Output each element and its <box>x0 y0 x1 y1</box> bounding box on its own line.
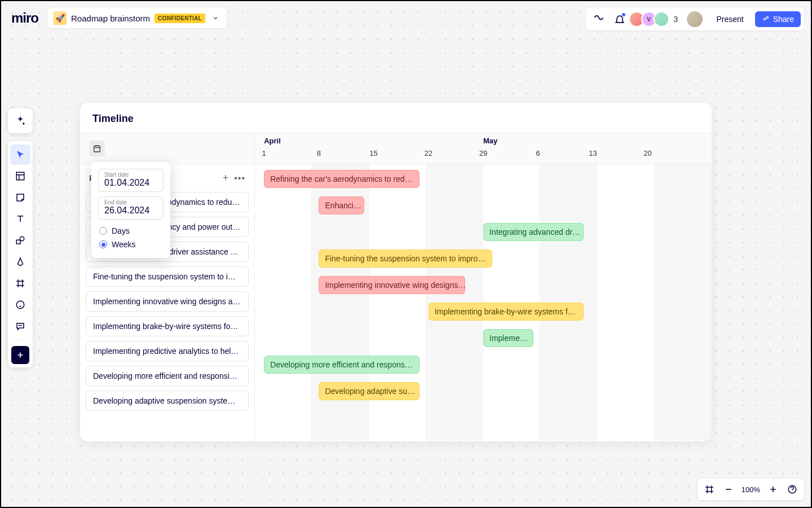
task-item[interactable]: Developing adaptive suspension system… <box>86 391 249 411</box>
notification-dot <box>622 13 625 16</box>
left-toolbar <box>8 141 33 367</box>
sticky-note-tool[interactable] <box>10 187 30 208</box>
task-item[interactable]: Developing more efficient and responsi… <box>86 366 249 386</box>
zoom-out-button[interactable] <box>720 481 737 498</box>
task-item[interactable]: Implementing predictive analytics to hel… <box>86 341 249 361</box>
svg-point-2 <box>23 122 24 124</box>
task-item[interactable]: Fine-tuning the suspension system to i… <box>86 266 249 287</box>
day-label: 29 <box>479 149 487 157</box>
day-label: 8 <box>317 149 321 157</box>
end-date-value: 26.04.2024 <box>104 205 157 216</box>
end-date-label: End date <box>104 199 157 205</box>
timeline-title: Timeline <box>80 103 712 133</box>
task-item[interactable]: Implementing brake-by-wire systems fo… <box>86 316 249 336</box>
timeline-bar[interactable]: Refining the car's aerodynamics to red… <box>264 170 419 188</box>
shapes-tool[interactable] <box>10 230 30 251</box>
board-title-pill[interactable]: 🚀 Roadmap brainstorm CONFIDENTIAL <box>47 8 227 28</box>
add-tool-button[interactable] <box>11 346 29 364</box>
radio-icon <box>99 240 107 248</box>
day-label: 1 <box>262 149 266 157</box>
start-date-value: 01.04.2024 <box>104 178 157 188</box>
board-emoji-icon: 🚀 <box>53 11 67 25</box>
present-button[interactable]: Present <box>708 11 751 27</box>
start-date-label: Start date <box>104 172 157 178</box>
timeline-bar[interactable]: Implementing innovative wing designs… <box>319 276 465 294</box>
pointer-tool[interactable] <box>10 144 30 165</box>
share-label: Share <box>773 15 794 24</box>
zoom-in-button[interactable] <box>765 481 782 498</box>
timeline-bar[interactable]: Enhanci… <box>319 196 364 214</box>
collaborator-avatars[interactable]: V <box>632 11 669 27</box>
day-label: 13 <box>589 149 597 157</box>
music-icon[interactable] <box>589 10 607 28</box>
top-right-toolbar: V 3 Present Share <box>586 8 804 30</box>
comment-tool[interactable] <box>10 316 30 336</box>
timeline-bar[interactable]: Fine-tuning the suspension system to imp… <box>319 249 492 268</box>
timeline-bar[interactable]: Impleme… <box>483 329 533 347</box>
day-label: 15 <box>369 149 377 157</box>
date-range-popover: Start date 01.04.2024 End date 26.04.202… <box>91 162 170 258</box>
zoom-controls: 100% <box>698 479 804 500</box>
miro-logo[interactable]: miro <box>8 8 42 28</box>
pen-tool[interactable] <box>10 252 30 272</box>
zoom-level[interactable]: 100% <box>739 485 762 494</box>
granularity-weeks-radio[interactable]: Weeks <box>98 238 164 251</box>
task-item[interactable]: Implementing innovative wing designs a… <box>86 291 249 312</box>
timeline-widget[interactable]: Timeline AprilMay1815222961320 Phase 1 +… <box>80 103 712 441</box>
timeline-header: AprilMay1815222961320 <box>80 133 712 164</box>
svg-rect-7 <box>94 146 100 152</box>
timeline-bar[interactable]: Developing more efficient and respons… <box>264 356 419 374</box>
share-button[interactable]: Share <box>755 11 801 27</box>
svg-point-1 <box>766 16 769 18</box>
fit-frame-button[interactable] <box>701 481 718 498</box>
svg-rect-4 <box>16 240 20 244</box>
svg-point-5 <box>20 237 24 241</box>
timeline-bar[interactable]: Integrating advanced dr… <box>483 223 584 241</box>
timeline-bar[interactable]: Developing adaptive su… <box>319 382 419 400</box>
add-task-button[interactable]: + <box>223 172 229 184</box>
month-label: May <box>483 137 497 145</box>
board-name: Roadmap brainstorm <box>71 14 150 23</box>
day-label: 22 <box>425 149 433 157</box>
sticker-tool[interactable] <box>10 295 30 315</box>
group-more-button[interactable]: ••• <box>234 173 245 183</box>
calendar-button[interactable] <box>89 141 105 156</box>
timeline-grid[interactable]: Refining the car's aerodynamics to red…E… <box>255 164 712 441</box>
svg-point-6 <box>16 301 24 309</box>
avatar-count: 3 <box>673 15 682 24</box>
help-button[interactable] <box>784 481 801 498</box>
granularity-days-radio[interactable]: Days <box>98 224 164 238</box>
start-date-field[interactable]: Start date 01.04.2024 <box>98 169 164 192</box>
text-tool[interactable] <box>10 209 30 229</box>
month-label: April <box>264 137 281 145</box>
template-tool[interactable] <box>10 166 30 186</box>
radio-label: Days <box>112 226 130 235</box>
confidential-badge: CONFIDENTIAL <box>155 14 205 23</box>
day-label: 6 <box>536 149 540 157</box>
svg-rect-3 <box>16 172 24 180</box>
radio-label: Weeks <box>112 240 136 249</box>
ai-sparkle-button[interactable] <box>8 108 33 133</box>
chevron-down-icon[interactable] <box>210 15 221 21</box>
day-label: 20 <box>643 149 651 157</box>
end-date-field[interactable]: End date 26.04.2024 <box>98 196 164 220</box>
frame-tool[interactable] <box>10 273 30 294</box>
current-user-avatar[interactable] <box>687 11 703 27</box>
timeline-bar[interactable]: Implementing brake-by-wire systems f… <box>429 303 584 321</box>
avatar[interactable] <box>654 11 669 27</box>
radio-icon <box>99 227 107 235</box>
bell-icon[interactable] <box>611 10 629 28</box>
